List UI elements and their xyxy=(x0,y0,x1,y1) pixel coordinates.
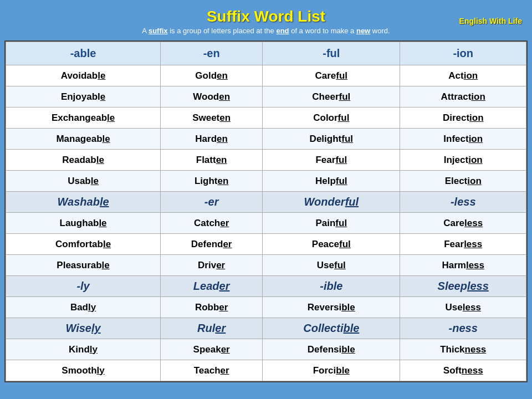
table-row: UsableLightenHelpfulElection xyxy=(6,171,526,192)
table-cell: Fearful xyxy=(263,150,400,171)
table-row: KindlySpeakerDefensibleThickness xyxy=(6,339,526,360)
table-cell: -less xyxy=(400,192,526,213)
table-cell: Collectible xyxy=(263,318,400,339)
column-header-row: -able -en -ful -ion xyxy=(6,42,526,65)
table-cell: Washable xyxy=(6,192,161,213)
table-cell: Flatten xyxy=(161,150,263,171)
table-cell: Harmless xyxy=(400,255,526,276)
table-cell: Careless xyxy=(400,213,526,234)
table-row: AvoidableGoldenCarefulAction xyxy=(6,65,526,86)
table-cell: Robber xyxy=(161,297,263,318)
table-cell: Usable xyxy=(6,171,161,192)
subtitle: A suffix is a group of letters placed at… xyxy=(4,27,528,35)
table-cell: Comfortable xyxy=(6,234,161,255)
word-table-wrapper: -able -en -ful -ion AvoidableGoldenCaref… xyxy=(4,40,528,382)
table-cell: Painful xyxy=(263,213,400,234)
table-cell: Lighten xyxy=(161,171,263,192)
word-table: -able -en -ful -ion AvoidableGoldenCaref… xyxy=(6,42,526,381)
col-ful: -ful xyxy=(263,42,400,65)
table-cell: Careful xyxy=(263,65,400,86)
table-cell: Infection xyxy=(400,129,526,150)
table-cell: Colorful xyxy=(263,108,400,129)
table-cell: Direction xyxy=(400,108,526,129)
table-cell: -er xyxy=(161,192,263,213)
table-cell: Useless xyxy=(400,297,526,318)
table-cell: Thickness xyxy=(400,339,526,360)
table-cell: Attraction xyxy=(400,86,526,108)
table-cell: Laughable xyxy=(6,213,161,234)
table-cell: -ly xyxy=(6,276,161,297)
table-cell: Speaker xyxy=(161,339,263,360)
table-cell: Softness xyxy=(400,360,526,381)
table-cell: -ness xyxy=(400,318,526,339)
table-row: SmoothlyTeacherForcibleSoftness xyxy=(6,360,526,381)
col-en: -en xyxy=(161,42,263,65)
table-row: Washable-erWonderful-less xyxy=(6,192,526,213)
table-cell: Injection xyxy=(400,150,526,171)
table-cell: Wisely xyxy=(6,318,161,339)
table-row: -lyLeader-ibleSleepless xyxy=(6,276,526,297)
table-cell: Defensible xyxy=(263,339,400,360)
table-cell: Action xyxy=(400,65,526,86)
table-cell: Leader xyxy=(161,276,263,297)
table-cell: Peaceful xyxy=(263,234,400,255)
table-row: ManageableHardenDelightfulInfection xyxy=(6,129,526,150)
table-cell: Smoothly xyxy=(6,360,161,381)
table-row: BadlyRobberReversibleUseless xyxy=(6,297,526,318)
table-cell: Catcher xyxy=(161,213,263,234)
brand: English With Life xyxy=(459,16,522,25)
table-row: EnjoyableWoodenCheerfulAttraction xyxy=(6,86,526,108)
table-cell: Driver xyxy=(161,255,263,276)
table-cell: Readable xyxy=(6,150,161,171)
table-cell: Kindly xyxy=(6,339,161,360)
table-cell: Delightful xyxy=(263,129,400,150)
table-cell: Forcible xyxy=(263,360,400,381)
table-cell: Fearless xyxy=(400,234,526,255)
table-row: ExchangeableSweetenColorfulDirection xyxy=(6,108,526,129)
table-cell: Enjoyable xyxy=(6,86,161,108)
table-cell: Teacher xyxy=(161,360,263,381)
page-title: Suffix Word List xyxy=(4,8,528,25)
table-row: WiselyRulerCollectible-ness xyxy=(6,318,526,339)
outer-container: Suffix Word List A suffix is a group of … xyxy=(0,0,532,399)
col-able: -able xyxy=(6,42,161,65)
table-cell: Reversible xyxy=(263,297,400,318)
table-cell: Badly xyxy=(6,297,161,318)
table-cell: Defender xyxy=(161,234,263,255)
table-cell: Manageable xyxy=(6,129,161,150)
table-cell: Avoidable xyxy=(6,65,161,86)
table-cell: Harden xyxy=(161,129,263,150)
table-row: LaughableCatcherPainfulCareless xyxy=(6,213,526,234)
table-cell: Cheerful xyxy=(263,86,400,108)
table-cell: Sweeten xyxy=(161,108,263,129)
table-cell: Helpful xyxy=(263,171,400,192)
table-cell: Election xyxy=(400,171,526,192)
table-cell: Ruler xyxy=(161,318,263,339)
table-cell: -ible xyxy=(263,276,400,297)
table-cell: Useful xyxy=(263,255,400,276)
col-ion: -ion xyxy=(400,42,526,65)
table-row: ComfortableDefenderPeacefulFearless xyxy=(6,234,526,255)
table-cell: Wooden xyxy=(161,86,263,108)
table-row: ReadableFlattenFearfulInjection xyxy=(6,150,526,171)
table-cell: Golden xyxy=(161,65,263,86)
header: Suffix Word List A suffix is a group of … xyxy=(4,4,528,37)
table-cell: Sleepless xyxy=(400,276,526,297)
table-row: PleasurableDriverUsefulHarmless xyxy=(6,255,526,276)
table-cell: Exchangeable xyxy=(6,108,161,129)
table-cell: Pleasurable xyxy=(6,255,161,276)
table-cell: Wonderful xyxy=(263,192,400,213)
